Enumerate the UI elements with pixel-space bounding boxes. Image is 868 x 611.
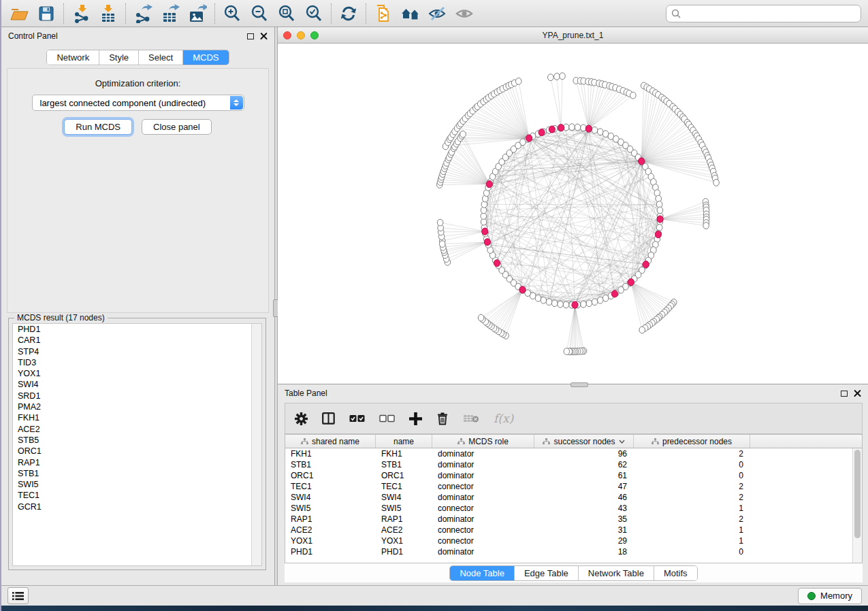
table-row[interactable]: SWI5SWI5connector431 [285,503,862,514]
result-scrollbar[interactable] [251,324,261,565]
cell-predecessor-nodes: 1 [634,525,750,535]
toggle-panels-icon[interactable] [322,412,335,425]
network-graph[interactable] [278,44,868,384]
export-network-icon[interactable] [132,3,154,24]
mcds-result-item[interactable]: SWI5 [13,479,261,490]
table-panel-title: Table Panel [285,389,327,398]
export-image-icon[interactable] [187,3,208,24]
table-row[interactable]: RAP1RAP1dominator352 [285,514,862,525]
mcds-result-item[interactable]: TEC1 [13,490,261,501]
mcds-result-item[interactable]: STP4 [13,346,261,357]
run-mcds-button[interactable]: Run MCDS [64,119,132,135]
mcds-result-item[interactable]: FKH1 [13,412,261,423]
close-panel-button[interactable]: Close panel [142,119,212,135]
zoom-fit-icon[interactable] [276,3,298,24]
network-canvas[interactable] [278,44,868,384]
toolbar-separator [366,3,366,24]
cell-predecessor-nodes: 0 [634,459,750,470]
cell-name: TEC1 [376,481,432,492]
mcds-result-item[interactable]: RAP1 [13,457,261,468]
column-header-predecessor-nodes[interactable]: predecessor nodes [634,435,750,448]
mcds-result-item[interactable]: STB5 [13,435,261,446]
table-scrollbar-thumb[interactable] [854,450,861,538]
mcds-result-item[interactable]: SRD1 [13,391,261,401]
deselect-all-icon[interactable] [379,414,395,423]
delete-column-icon[interactable] [436,412,449,425]
first-neighbors-icon[interactable] [400,3,421,24]
zoom-selected-icon[interactable] [303,3,325,24]
table-row[interactable]: FKH1FKH1dominator962 [285,448,862,459]
import-network-icon[interactable] [70,3,92,24]
table-row[interactable]: TEC1TEC1connector472 [285,481,862,492]
export-table-icon[interactable] [159,3,181,24]
mcds-result-item[interactable]: CAR1 [13,335,261,346]
table-row[interactable]: SWI4SWI4dominator462 [285,492,862,503]
function-builder-icon: f(x) [494,412,513,425]
network-window-titlebar[interactable]: YPA_prune.txt_1 [278,27,868,44]
duplicate-network-icon[interactable] [372,3,394,24]
memory-button[interactable]: Memory [798,588,862,604]
mcds-result-item[interactable]: TID3 [13,357,261,368]
tab-select[interactable]: Select [139,50,183,65]
mcds-result-item[interactable]: PHD1 [13,324,261,335]
table-row[interactable]: ACE2ACE2connector311 [285,525,862,535]
zoom-in-icon[interactable] [221,3,243,24]
toolbar-separator [214,3,215,24]
search-input[interactable] [684,7,856,19]
column-type-icon [543,438,550,445]
select-all-icon[interactable] [349,414,365,423]
sort-desc-icon [619,440,625,444]
table-scrollbar[interactable] [852,448,862,563]
table-tabs: Node TableEdge TableNetwork TableMotifs [449,565,697,581]
mcds-result-item[interactable]: SWI4 [13,379,261,390]
mcds-result-item[interactable]: PMA2 [13,401,261,412]
mcds-result-item[interactable]: YOX1 [13,368,261,379]
table-row[interactable]: ORC1ORC1dominator610 [285,470,862,481]
apply-layout-icon[interactable] [338,3,359,24]
tab-network[interactable]: Network [47,50,99,65]
hide-selected-icon[interactable] [427,3,449,24]
close-panel-icon[interactable] [854,390,861,397]
tab-style[interactable]: Style [99,50,139,65]
float-panel-icon[interactable] [247,33,254,39]
mcds-result-item[interactable]: ACE2 [13,424,261,435]
save-session-icon[interactable] [35,3,57,24]
add-column-icon[interactable] [409,412,422,425]
horizontal-splitter-handle[interactable] [570,382,588,387]
import-table-icon[interactable] [97,3,119,24]
cell-predecessor-nodes: 2 [634,481,750,492]
cell-successor-nodes: 96 [534,448,634,459]
settings-icon[interactable] [295,412,308,425]
tab-mcds[interactable]: MCDS [183,50,228,65]
tab-edge-table[interactable]: Edge Table [515,566,579,580]
column-header-name[interactable]: name [376,435,432,448]
column-header-shared-name[interactable]: shared name [285,435,376,448]
criterion-dropdown[interactable]: largest connected component (undirected) [32,95,244,111]
search-field[interactable] [666,5,861,22]
cell-successor-nodes: 62 [534,459,634,470]
cell-predecessor-nodes: 1 [634,503,750,514]
memory-status-icon [807,592,816,600]
tab-node-table[interactable]: Node Table [450,566,515,580]
cell-name: STB1 [376,459,432,470]
open-network-icon[interactable] [8,3,30,24]
control-panel-title: Control Panel [8,31,58,41]
tab-motifs[interactable]: Motifs [654,566,697,580]
mcds-result-item[interactable]: STB1 [13,468,261,479]
mcds-result-item[interactable]: GCR1 [13,501,261,512]
table-row[interactable]: STB1STB1dominator620 [285,459,862,470]
mcds-result-list[interactable]: PHD1CAR1STP4TID3YOX1SWI4SRD1PMA2FKH1ACE2… [12,323,262,566]
close-panel-icon[interactable] [260,33,268,40]
tab-network-table[interactable]: Network Table [579,566,654,580]
network-window-title: YPA_prune.txt_1 [278,31,868,40]
column-header-successor-nodes[interactable]: successor nodes [534,435,634,448]
table-row[interactable]: YOX1YOX1connector291 [285,535,862,546]
table-row[interactable]: PHD1PHD1dominator180 [285,546,862,557]
main-toolbar [1,0,868,27]
zoom-out-icon[interactable] [248,3,270,24]
float-panel-icon[interactable] [841,391,848,397]
mcds-result-item[interactable]: ORC1 [13,446,261,457]
column-header-mcds-role[interactable]: MCDS role [432,435,534,448]
task-history-button[interactable] [7,587,29,604]
show-all-icon[interactable] [454,3,476,24]
